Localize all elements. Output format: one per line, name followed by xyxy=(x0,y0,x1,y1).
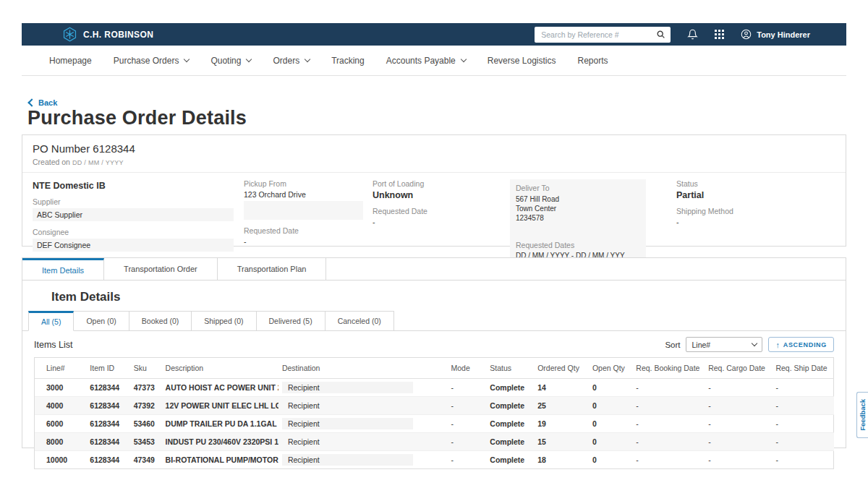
nav-item[interactable]: Quoting xyxy=(210,56,251,66)
page-title: Purchase Order Details xyxy=(27,107,247,129)
table-row[interactable]: 8000612834453453INDUST PU 230/460V 2320P… xyxy=(35,433,833,451)
detail-tab[interactable]: Item Details xyxy=(22,258,104,280)
search-input[interactable] xyxy=(540,30,656,40)
address-line: Town Center xyxy=(516,204,640,213)
detail-tab[interactable]: Transportation Order xyxy=(104,258,218,280)
destination-value: Recipient xyxy=(282,382,413,393)
created-on-value: DD / MM / YYYY xyxy=(72,159,124,166)
table-cell: 0 xyxy=(589,397,632,415)
order-type-column: NTE Domestic IB Supplier ABC Supplier Co… xyxy=(33,179,244,264)
status-filter-tab[interactable]: Shipped (0) xyxy=(192,311,256,330)
back-link[interactable]: Back xyxy=(29,98,57,107)
item-details-card: Item DetailsTransportation OrderTranspor… xyxy=(22,257,846,448)
arrow-up-icon: ↑ xyxy=(775,341,780,349)
items-table: Line#Item IDSkuDescriptionDestinationMod… xyxy=(34,357,834,469)
deliver-to-label: Deliver To xyxy=(516,184,640,192)
table-cell: - xyxy=(705,415,772,433)
nav-item[interactable]: Purchase Orders xyxy=(114,56,190,66)
chevron-down-icon xyxy=(246,56,252,62)
table-cell: - xyxy=(632,451,705,469)
chr-hexagon-logo-icon xyxy=(62,27,77,42)
chevron-left-icon xyxy=(27,98,35,106)
table-cell: BI-ROTATIONAL PUMP/MOTOR xyxy=(162,451,278,469)
sort-controls: Sort Line# ↑ ASCENDING xyxy=(665,337,834,352)
table-cell: - xyxy=(448,451,487,469)
items-list-header: Items List Sort Line# ↑ ASCENDING xyxy=(34,337,834,352)
search-box[interactable] xyxy=(535,27,671,43)
search-icon[interactable] xyxy=(656,30,665,39)
nav-item[interactable]: Reverse Logistics xyxy=(488,56,556,66)
port-of-loading-label: Port of Loading xyxy=(373,179,510,188)
status-label: Status xyxy=(676,179,835,188)
user-menu[interactable]: Tony Hinderer xyxy=(741,29,810,40)
table-cell: - xyxy=(632,379,705,397)
table-cell: 0 xyxy=(589,451,632,469)
feedback-button[interactable]: Feedback xyxy=(856,392,868,438)
table-cell: - xyxy=(772,397,833,415)
column-header: Open Qty xyxy=(589,358,632,379)
nav-item[interactable]: Reports xyxy=(578,56,608,66)
sort-select-value: Line# xyxy=(692,341,710,349)
address-line: 567 Hill Road xyxy=(516,194,640,204)
back-label: Back xyxy=(38,98,57,107)
pickup-requested-date-value: - xyxy=(244,237,373,246)
deliver-column: Deliver To 567 Hill RoadTown Center12345… xyxy=(510,179,658,264)
status-filter-tab[interactable]: Booked (0) xyxy=(129,311,192,330)
table-cell: 6000 xyxy=(35,415,86,433)
nav-item[interactable]: Orders xyxy=(273,56,310,66)
table-cell: - xyxy=(705,451,772,469)
table-cell: 6128344 xyxy=(86,397,129,415)
port-requested-date-value: - xyxy=(373,218,510,226)
table-cell: Recipient xyxy=(278,397,448,415)
table-cell: 15 xyxy=(534,433,589,451)
table-cell: 25 xyxy=(534,397,589,415)
table-cell: Complete xyxy=(486,415,534,433)
po-header: PO Number 6128344 Created on DD / MM / Y… xyxy=(22,135,846,173)
detail-tab[interactable]: Transportation Plan xyxy=(218,258,327,280)
table-row[interactable]: 6000612834453460DUMP TRAILER PU DA 1.1GA… xyxy=(35,415,833,433)
table-cell: - xyxy=(772,415,833,433)
brand-name: C.H. ROBINSON xyxy=(83,30,153,40)
pickup-from-label: Pickup From xyxy=(244,179,373,188)
consignee-value: DEF Consignee xyxy=(33,239,234,252)
status-filter-tab[interactable]: Delivered (5) xyxy=(257,311,326,330)
status-filter-tab[interactable]: All (5) xyxy=(28,311,74,331)
table-row[interactable]: 10000612834447349BI-ROTATIONAL PUMP/MOTO… xyxy=(35,451,833,469)
column-header: Line# xyxy=(35,358,86,379)
column-header: Req. Booking Date xyxy=(632,358,705,379)
table-row[interactable]: 400061283444739212V POWER UNIT ELEC LHL … xyxy=(35,397,833,415)
table-cell: - xyxy=(705,397,772,415)
table-cell: Recipient xyxy=(278,415,448,433)
column-header: Sku xyxy=(130,358,162,379)
column-header: Status xyxy=(486,358,534,379)
ascending-sort-button[interactable]: ↑ ASCENDING xyxy=(768,337,834,352)
nav-item-label: Homepage xyxy=(49,56,92,66)
table-cell: 12V POWER UNIT ELEC LHL LG RES xyxy=(162,397,278,415)
table-cell: - xyxy=(448,415,487,433)
notifications-bell-icon[interactable] xyxy=(687,29,698,40)
table-cell: - xyxy=(705,433,772,451)
nav-item[interactable]: Homepage xyxy=(49,56,92,66)
deliver-to-address: 567 Hill RoadTown Center1234578 xyxy=(516,194,640,223)
table-cell: 0 xyxy=(589,415,632,433)
status-filter-tab[interactable]: Open (0) xyxy=(74,311,129,330)
table-cell: Recipient xyxy=(278,433,448,451)
table-cell: - xyxy=(772,433,833,451)
status-filter-tab[interactable]: Canceled (0) xyxy=(326,311,394,330)
table-row[interactable]: 3000612834447373AUTO HOIST AC POWER UNIT… xyxy=(35,379,833,397)
sort-select[interactable]: Line# xyxy=(686,337,762,352)
main-nav: Homepage Purchase Orders Quoting Orders … xyxy=(22,46,846,76)
user-name: Tony Hinderer xyxy=(757,30,810,39)
chevron-down-icon xyxy=(305,56,310,62)
brand-logo[interactable]: C.H. ROBINSON xyxy=(62,27,153,42)
table-cell: 0 xyxy=(589,379,632,397)
apps-grid-icon[interactable] xyxy=(715,30,724,39)
supplier-label: Supplier xyxy=(33,197,244,206)
table-cell: - xyxy=(772,379,833,397)
nav-item[interactable]: Tracking xyxy=(331,56,365,66)
nav-item-label: Accounts Payable xyxy=(386,56,456,66)
deliver-to-panel: Deliver To 567 Hill RoadTown Center12345… xyxy=(510,179,646,264)
shipping-method-value: - xyxy=(676,218,835,226)
nav-item[interactable]: Accounts Payable xyxy=(386,56,466,66)
table-cell: - xyxy=(448,433,487,451)
